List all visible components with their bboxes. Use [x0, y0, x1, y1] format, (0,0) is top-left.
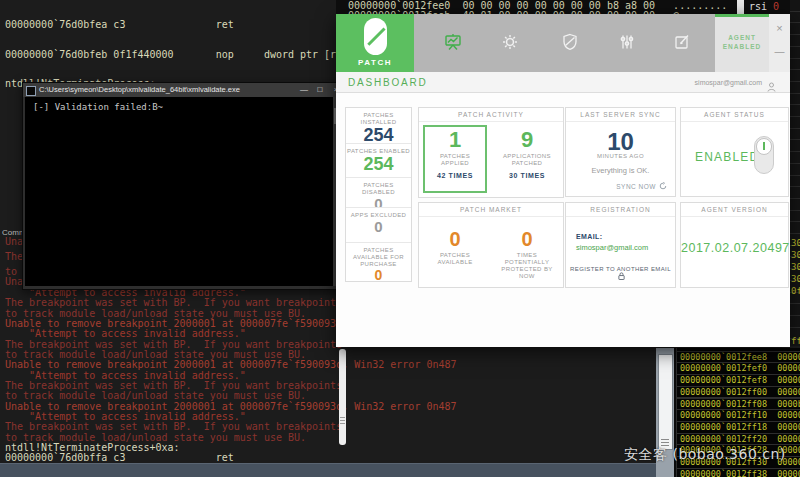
market-label: PATCHES AVAILABLE [419, 252, 491, 266]
settings-gear-icon[interactable] [501, 33, 519, 51]
register-edit-icon[interactable] [673, 33, 691, 51]
cmd-window: C:\Users\symeon\Desktop\xmlvalidate_64bi… [22, 82, 347, 290]
register-fragment: ff [791, 336, 800, 346]
page-title: DASHBOARD [348, 72, 428, 93]
patch-activity-panel: PATCH ACTIVITY 1 PATCHES APPLIED 42 TIME… [418, 107, 564, 198]
memory-address: 00000000`0012ff08 [680, 399, 767, 409]
app-close-button[interactable]: × [769, 22, 790, 34]
activity-patches-applied[interactable]: 1 PATCHES APPLIED 42 TIMES [419, 121, 491, 197]
0patch-logo: PATCH [336, 14, 414, 72]
stat-label: PATCHES AVAILABLE FOR PURCHASE [346, 243, 411, 268]
refresh-icon [659, 182, 667, 190]
output-line: "Attempt to access invalid address." [5, 329, 246, 339]
market-value: 0 [419, 228, 491, 250]
memory-scrollbar-thumb[interactable] [658, 354, 673, 450]
register-fragment: 30 [791, 250, 800, 260]
output-line: The breakpoint was set with BP. If you w… [5, 422, 342, 432]
memory-value: 0000bf [777, 399, 800, 409]
screenshot-root: 00000000`76d0bfea c3 ret 00000000`76d0bf… [0, 0, 800, 477]
dashboard-tab-icon[interactable] [444, 33, 462, 51]
agent-version-value: 2017.02.07.20497 [681, 241, 788, 255]
output-line: 00000000`76d0bffa c3 ret [5, 453, 234, 463]
output-fragment: Una [5, 236, 23, 247]
app-minimize-button[interactable]: — [769, 46, 790, 57]
panel-title: REGISTRATION [566, 203, 675, 217]
pane-splitter[interactable] [339, 349, 346, 445]
memory-value: 000000 [777, 410, 800, 420]
activity-label: PATCHES APPLIED [419, 153, 491, 167]
memory-value: 000000 [777, 422, 800, 432]
stats-column: PATCHES INSTALLED 254 PATCHES ENABLED 25… [345, 107, 412, 282]
account-email: simospar@gmail.com [695, 72, 762, 93]
memory-address: 00000000`0012ff20 [680, 434, 767, 444]
activity-value: 1 [419, 129, 491, 151]
app-header: PATCH [336, 14, 790, 72]
panel-title: PATCH ACTIVITY [419, 108, 563, 122]
output-fragment: Una [5, 276, 23, 287]
memory-address: 00000000`0012ff10 [680, 410, 767, 420]
registers-pane-edge: 30 30 30 30 0f ff [790, 0, 800, 346]
registered-email: simospar@gmail.com [576, 243, 648, 252]
agent-status-value: ENABLED [695, 150, 759, 164]
memory-address: 00000000`0012fef0 [680, 363, 767, 373]
stat-apps-excluded: APPS EXCLUDED 0 [346, 208, 411, 243]
activity-sub: 30 TIMES [491, 172, 563, 179]
output-line: to track module load/unload state you mu… [5, 391, 306, 401]
memory-value: 000000 [777, 348, 800, 350]
market-value: 0 [491, 228, 563, 250]
agent-enabled-badge: AGENT ENABLED [715, 14, 769, 72]
agent-toggle-switch[interactable] [754, 136, 774, 174]
register-fragment: 30 [791, 274, 800, 284]
memory-row: 00000000`0012ff38 000000 [676, 468, 800, 477]
account-person-icon [767, 78, 776, 88]
sliders-settings-icon[interactable] [618, 33, 636, 51]
agent-badge-line: ENABLED [715, 42, 769, 51]
stat-patches-enabled: PATCHES ENABLED 254 [346, 144, 411, 178]
stat-value: 0 [346, 196, 411, 208]
register-fragment: 30 [791, 238, 800, 248]
activity-label: APPLICATIONS PATCHED [491, 153, 563, 167]
patch-pill-icon [364, 18, 387, 55]
stat-patches-disabled: PATCHES DISABLED 0 [346, 178, 411, 208]
registers-scrollbar[interactable] [737, 0, 744, 14]
stat-patches-for-purchase: PATCHES AVAILABLE FOR PURCHASE 0 [346, 243, 411, 283]
register-name: rsi [749, 1, 767, 12]
window-controls: × — [769, 14, 790, 72]
cmd-maximize-button[interactable]: □ [312, 83, 328, 97]
memory-address: 00000000`0012fee8 [680, 352, 767, 362]
panel-title: AGENT VERSION [681, 203, 788, 217]
lock-icon [618, 272, 625, 280]
register-another-email-button[interactable]: REGISTER TO ANOTHER EMAIL [566, 266, 675, 280]
site-watermark: 安全客 (bobao.360.cn) [624, 446, 786, 464]
stat-value: 0 [346, 219, 411, 236]
memory-address: 00000000`0012ff00 [680, 387, 767, 397]
memory-address: 00000000`0012fef8 [680, 375, 767, 385]
activity-applications-patched[interactable]: 9 APPLICATIONS PATCHED 30 TIMES [491, 121, 563, 197]
memory-address: 00000000`0012ff18 [680, 422, 767, 432]
register-fragment: 0f [791, 286, 800, 296]
market-label: TIMES POTENTIALLY PROTECTED BY NOW [491, 252, 563, 280]
agent-badge-line: AGENT [715, 33, 769, 42]
dashboard-main: PATCHES INSTALLED 254 PATCHES ENABLED 25… [336, 93, 790, 347]
memory-value: 000000 [777, 387, 800, 397]
logo-label: PATCH [336, 58, 414, 67]
memory-value: 000000 [777, 469, 800, 477]
shield-exclusions-icon[interactable] [561, 33, 579, 51]
last-server-sync-panel: LAST SERVER SYNC 10 MINUTES AGO Everythi… [565, 107, 676, 197]
output-line: Unable to remove breakpoint 2000001 at 0… [5, 360, 457, 370]
0patch-console-window: PATCH [336, 14, 790, 347]
stat-value: 254 [346, 126, 411, 144]
memory-value: 000000 [777, 375, 800, 385]
sync-now-button[interactable]: SYNC NOW [616, 182, 667, 190]
cmd-title-bar[interactable]: C:\Users\symeon\Desktop\xmlvalidate_64bi… [23, 83, 346, 97]
cmd-minimize-button[interactable]: — [296, 83, 312, 97]
output-fragment: The [5, 251, 23, 262]
sync-status-text: Everything is OK. [566, 166, 675, 175]
memory-value: 000000 [777, 363, 800, 373]
cmd-output-text: [-] Validation failed:B~ [33, 102, 163, 112]
market-patches-available: 0 PATCHES AVAILABLE [419, 216, 491, 287]
panel-title: AGENT STATUS [681, 108, 788, 122]
memory-address: 00000000`0012fee0 [680, 348, 767, 350]
market-times-protected: 0 TIMES POTENTIALLY PROTECTED BY NOW [491, 216, 563, 287]
cmd-icon [26, 86, 36, 96]
